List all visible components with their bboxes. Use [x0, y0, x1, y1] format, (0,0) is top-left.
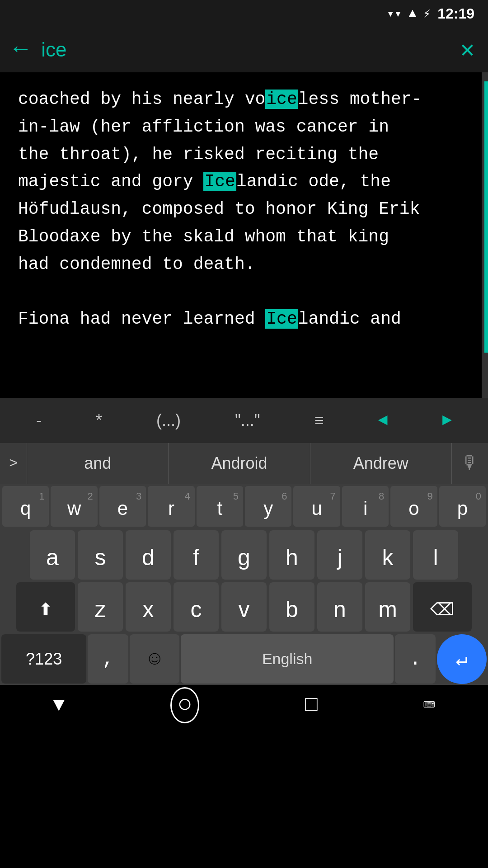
- enter-key[interactable]: ↵: [437, 634, 487, 684]
- key-b[interactable]: b: [269, 582, 314, 632]
- key-num-8: 8: [379, 491, 384, 502]
- nav-back-button[interactable]: ▼: [53, 694, 65, 717]
- key-r-num[interactable]: 4 r: [148, 486, 194, 527]
- search-input[interactable]: ice: [41, 38, 446, 61]
- scrollbar-thumb: [484, 81, 488, 353]
- status-time: 12:19: [437, 5, 474, 22]
- key-f[interactable]: f: [174, 530, 219, 580]
- scrollbar[interactable]: [482, 72, 488, 398]
- key-num-1: 1: [39, 491, 44, 502]
- mic-button[interactable]: 🎙: [452, 443, 488, 484]
- comma-key[interactable]: ,: [88, 634, 128, 684]
- toolbar-quotes[interactable]: "...": [226, 406, 269, 434]
- text-fiona-end: landic and: [298, 309, 401, 329]
- highlight-ice-3: Ice: [265, 309, 298, 329]
- key-row-3: ⬆ z x c v b n m ⌫: [0, 581, 488, 633]
- key-p-num[interactable]: 0 p: [439, 486, 486, 527]
- key-num-9: 9: [427, 491, 432, 502]
- key-num-2: 2: [88, 491, 93, 502]
- key-s[interactable]: s: [78, 530, 123, 580]
- key-h[interactable]: h: [269, 530, 314, 580]
- key-num-7: 7: [330, 491, 336, 502]
- key-k[interactable]: k: [365, 530, 410, 580]
- clear-button[interactable]: ✕: [460, 35, 474, 64]
- toolbar-dash[interactable]: -: [27, 406, 51, 434]
- key-q-num[interactable]: 1 q: [2, 486, 49, 527]
- key-e-num[interactable]: 3 e: [99, 486, 146, 527]
- text-content: coached by his nearly voiceless mother-i…: [18, 86, 470, 333]
- key-x[interactable]: x: [126, 582, 171, 632]
- key-num-0: 0: [476, 491, 481, 502]
- enter-icon: ↵: [456, 647, 468, 671]
- text-fiona: Fiona had never learned: [18, 309, 265, 329]
- key-c[interactable]: c: [174, 582, 219, 632]
- key-g[interactable]: g: [221, 530, 267, 580]
- nav-bar: ▼ ○ □ ⌨: [0, 685, 488, 726]
- bottom-row: ?123 , ☺ English . ↵: [0, 633, 488, 685]
- key-num-5: 5: [233, 491, 239, 502]
- toolbar-parens[interactable]: (...): [147, 406, 190, 434]
- key-row-2: a s d f g h j k l: [0, 529, 488, 581]
- key-w-num[interactable]: 2 w: [51, 486, 97, 527]
- toolbar-right-arrow[interactable]: ►: [433, 407, 461, 434]
- keyboard: 1 q 2 w 3 e 4 r 5 t 6 y 7 u 8 i: [0, 484, 488, 685]
- nav-recent-button[interactable]: □: [305, 693, 318, 717]
- nav-home-button[interactable]: ○: [170, 687, 199, 723]
- key-t-num[interactable]: 5 t: [197, 486, 243, 527]
- key-v[interactable]: v: [221, 582, 267, 632]
- status-bar: ▾▾ ▲ ⚡ 12:19: [0, 0, 488, 27]
- space-key[interactable]: English: [181, 634, 394, 684]
- backspace-key[interactable]: ⌫: [413, 582, 472, 632]
- toolbar: - * (...) "..." ≡ ◄ ►: [0, 398, 488, 443]
- key-u-num[interactable]: 7 u: [293, 486, 340, 527]
- number-row: 1 q 2 w 3 e 4 r 5 t 6 y 7 u 8 i: [0, 484, 488, 529]
- key-z[interactable]: z: [78, 582, 123, 632]
- search-bar: ← ice ✕: [0, 27, 488, 72]
- text-area: coached by his nearly voiceless mother-i…: [0, 72, 488, 398]
- key-num-6: 6: [282, 491, 287, 502]
- autocomplete-andrew[interactable]: Andrew: [310, 443, 452, 484]
- back-button[interactable]: ←: [14, 38, 28, 61]
- key-num-3: 3: [136, 491, 141, 502]
- signal-icon: ▲: [408, 7, 416, 21]
- battery-icon: ⚡: [423, 6, 431, 21]
- key-j[interactable]: j: [317, 530, 362, 580]
- key-a[interactable]: a: [30, 530, 75, 580]
- key-i-num[interactable]: 8 i: [342, 486, 389, 527]
- toolbar-left-arrow[interactable]: ◄: [369, 407, 397, 434]
- key-l[interactable]: l: [413, 530, 458, 580]
- num-sym-key[interactable]: ?123: [1, 634, 86, 684]
- key-num-4: 4: [184, 491, 190, 502]
- mic-icon: 🎙: [461, 453, 479, 474]
- shift-key[interactable]: ⬆: [16, 582, 75, 632]
- highlight-ice-1: ice: [265, 90, 298, 109]
- text-before-highlight1: coached by his nearly vo: [18, 90, 265, 109]
- key-o-num[interactable]: 9 o: [390, 486, 437, 527]
- emoji-icon: ☺: [149, 648, 160, 670]
- autocomplete-expand[interactable]: >: [0, 443, 27, 484]
- highlight-ice-2: Ice: [203, 172, 236, 191]
- wifi-icon: ▾▾: [387, 6, 402, 21]
- autocomplete-bar: > and Android Andrew 🎙: [0, 443, 488, 484]
- emoji-key[interactable]: ☺: [130, 634, 179, 684]
- period-key[interactable]: .: [395, 634, 436, 684]
- key-d[interactable]: d: [126, 530, 171, 580]
- autocomplete-android[interactable]: Android: [169, 443, 310, 484]
- toolbar-indent[interactable]: ≡: [305, 406, 333, 434]
- toolbar-asterisk[interactable]: *: [87, 406, 111, 434]
- key-n[interactable]: n: [317, 582, 362, 632]
- autocomplete-and[interactable]: and: [27, 443, 169, 484]
- nav-keyboard-button[interactable]: ⌨: [423, 693, 436, 717]
- key-m[interactable]: m: [365, 582, 410, 632]
- key-y-num[interactable]: 6 y: [245, 486, 291, 527]
